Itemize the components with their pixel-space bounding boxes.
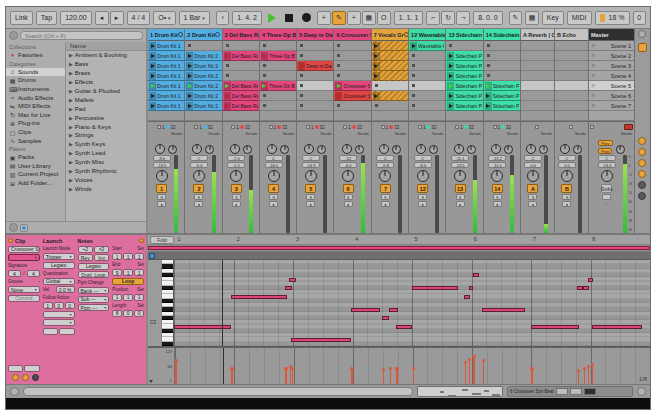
groove-chooser[interactable]: None (8, 286, 40, 293)
midi-note[interactable] (291, 338, 351, 342)
velocity-stem[interactable] (483, 360, 485, 384)
clip-slot[interactable] (223, 41, 259, 51)
track-activator-button[interactable]: 12 (417, 184, 428, 193)
clip-slot[interactable] (297, 81, 333, 91)
search-input[interactable]: Search (Ctrl + F) (20, 31, 143, 40)
clip-play-icon[interactable] (447, 72, 454, 80)
send-b-knob[interactable] (429, 145, 438, 154)
length-beats[interactable]: 0 (123, 310, 133, 317)
clip[interactable]: Sidechain Pad (484, 101, 520, 111)
solo-button[interactable]: S (232, 194, 241, 200)
pan-value[interactable]: -13.2 (488, 155, 506, 161)
browser-item[interactable]: ▶Synth Misc (66, 158, 146, 167)
clip-box-toggle-dot[interactable] (12, 374, 19, 381)
clip-play-icon[interactable] (224, 52, 231, 60)
send-b-knob[interactable] (573, 145, 582, 154)
fold-button[interactable]: Fold (150, 236, 174, 244)
clip[interactable]: Wavetable P (409, 41, 445, 51)
track-header[interactable]: 5 Deep in Dark (297, 29, 333, 41)
volume-value[interactable]: 0.0 (558, 162, 576, 168)
track-activator-button[interactable]: 3 (231, 184, 242, 193)
clip-slot[interactable] (260, 41, 296, 51)
send-b-knob[interactable] (392, 145, 401, 154)
scene-row[interactable]: ▷Scene 4 (589, 71, 634, 81)
velocity-stem[interactable] (396, 368, 398, 384)
track-header[interactable]: 6 Crossover Sy (334, 29, 370, 41)
send-b-knob[interactable] (205, 145, 214, 154)
clip[interactable]: Del Bass Rack (223, 91, 259, 101)
clip-play-icon[interactable] (149, 72, 156, 80)
rail-scroll-icon[interactable] (638, 30, 646, 38)
clip-name-field[interactable]: Crossover Sy (8, 246, 40, 253)
pan-knob[interactable] (342, 170, 354, 182)
browser-item[interactable]: ▶Guitar & Plucked (66, 87, 146, 96)
signature-denominator[interactable]: 4 (27, 270, 40, 277)
cue-volume-knob[interactable] (616, 145, 625, 154)
duplicate-loop-button[interactable]: Dupl. Loop (78, 271, 110, 278)
sidebar-item-drums[interactable]: ▦Drums (6, 76, 65, 85)
clip[interactable]: Drum Kit 1 (148, 51, 184, 61)
clip-slot[interactable] (334, 71, 370, 81)
prev-button[interactable]: Prev (598, 140, 612, 146)
follow-button[interactable]: › (216, 11, 229, 25)
clip[interactable] (372, 61, 408, 71)
pan-knob[interactable] (491, 170, 503, 182)
show-io-toggle-icon[interactable] (638, 137, 646, 145)
sidebar-item-max-for-live[interactable]: ↻Max for Live (6, 111, 65, 120)
device-view-toggle-icon[interactable] (637, 387, 646, 396)
clip-play-icon[interactable] (149, 92, 156, 100)
scene-row[interactable]: ▷Scene 6 (589, 91, 634, 101)
clip-overview[interactable] (417, 386, 503, 397)
track-header[interactable]: 3 Del Bass Rack (223, 29, 259, 41)
track-header[interactable]: 4 Three Op Ba (260, 29, 296, 41)
invert-notes-button[interactable]: Inv (94, 254, 109, 261)
clip[interactable] (372, 91, 408, 101)
punch-out-button[interactable]: ¬ (456, 11, 470, 25)
browser-item[interactable]: ▶Winds (66, 184, 146, 193)
send-b-knob[interactable] (280, 145, 289, 154)
velocity-stem[interactable] (285, 368, 287, 384)
midi-note[interactable] (389, 308, 398, 312)
clip-play-icon[interactable] (447, 52, 454, 60)
velocity-amount-field[interactable]: 0.0 % (56, 286, 75, 293)
clip[interactable]: Del Bass Rack (223, 81, 259, 91)
follow-action-b-chooser[interactable] (43, 319, 75, 326)
send-a-knob[interactable] (560, 144, 570, 154)
program-chooser[interactable]: Pgm --- (78, 304, 110, 311)
clip[interactable]: Crossover S (334, 91, 370, 101)
clip-slot[interactable] (372, 101, 408, 111)
pan-value[interactable]: C (598, 155, 616, 161)
position-sixteenths[interactable]: 1 (134, 294, 144, 301)
track-header[interactable]: 2 Drum Kit (185, 29, 221, 41)
clip-play-icon[interactable] (149, 52, 156, 60)
velocity-stem[interactable] (351, 368, 353, 384)
piano-keyboard[interactable] (162, 260, 174, 346)
clip-nudge-back-button[interactable] (8, 365, 23, 372)
solo-button[interactable]: S (418, 194, 427, 200)
sidebar-item-instruments[interactable]: ⌨Instruments (6, 85, 65, 94)
volume-value[interactable]: -11.1 (488, 162, 506, 168)
follow-time-bars[interactable]: 1 (43, 302, 53, 309)
send-a-knob[interactable] (267, 144, 277, 154)
clip[interactable]: Sidechain Pad (446, 71, 482, 81)
clip[interactable]: Sidechain Pad (484, 81, 520, 91)
track-activator-button[interactable]: A (527, 184, 538, 193)
clip-slot-empty[interactable] (297, 111, 333, 121)
clip-play-icon[interactable] (149, 62, 156, 70)
clip[interactable]: Drum Kit 2 (185, 101, 221, 111)
pan-knob[interactable] (527, 170, 539, 182)
start-bars[interactable]: 1 (112, 253, 122, 260)
midi-note[interactable] (473, 273, 479, 277)
clip-play-icon[interactable] (485, 92, 492, 100)
volume-value[interactable]: 0.0 (524, 162, 542, 168)
scene-launch-icon[interactable]: ▷ (592, 53, 595, 58)
midi-note[interactable] (231, 295, 288, 299)
track-header[interactable]: 7 Vocals Gr (372, 29, 408, 41)
clip[interactable] (372, 51, 408, 61)
sidebar-item-audio-effects[interactable]: ≈Audio Effects (6, 93, 65, 102)
send-b-knob[interactable] (243, 145, 252, 154)
clip-slot[interactable] (409, 51, 445, 61)
clip-play-icon[interactable] (335, 82, 342, 90)
pan-value[interactable]: C (190, 155, 208, 161)
clip[interactable]: Drum Kit 2 (185, 51, 221, 61)
